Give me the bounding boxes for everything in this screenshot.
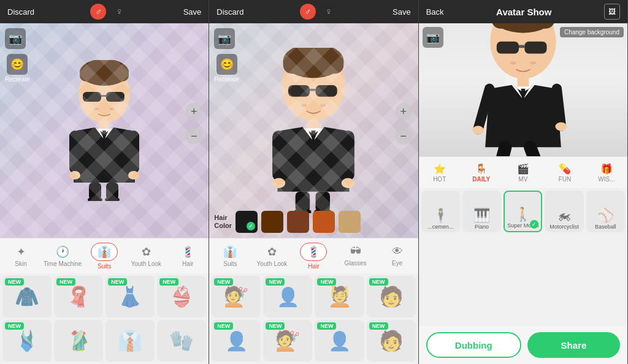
save-button-2[interactable]: Save — [392, 7, 411, 17]
suits-icon-1: 👔 — [98, 246, 111, 258]
suit-item-5[interactable]: 🥻 — [54, 320, 103, 362]
screenshot-button[interactable]: 🖼 — [604, 4, 620, 20]
svg-rect-41 — [519, 45, 524, 48]
tab-hair-2[interactable]: 💈 Hair — [293, 240, 334, 272]
hair-item-1[interactable]: NEW👤 — [263, 276, 312, 317]
panel2-header: Discard ♂ ♀ Save — [209, 0, 418, 23]
back-button[interactable]: Back — [426, 7, 444, 17]
hair-icon-1: 💈 — [181, 245, 194, 259]
share-button[interactable]: Share — [527, 332, 620, 358]
hair-color-label: HairColor — [214, 214, 232, 230]
daily-label: DAILY — [472, 176, 490, 183]
discard-button-1[interactable]: Discard — [7, 7, 34, 17]
skin-label-1: Skin — [15, 260, 26, 267]
wish-label: WIS... — [598, 176, 615, 183]
tab-bar-2: 👔 Suits ✿ Youth Look 💈 Hair 🕶 Glasses 👁 … — [209, 238, 418, 273]
camera-button-2[interactable]: 📷 — [214, 28, 235, 49]
svg-rect-39 — [497, 41, 519, 53]
svg-rect-38 — [491, 23, 554, 28]
recreate-icon-2: 😊 — [216, 54, 237, 75]
anim-item-3[interactable]: 🏍 Motorcyclist — [545, 191, 583, 232]
cat-hot[interactable]: ⭐ HOT — [419, 163, 461, 183]
suit-item-6[interactable]: 👔 — [105, 320, 155, 362]
hair-item-3[interactable]: NEW🧑 — [367, 276, 416, 317]
glasses-label-2: Glasses — [344, 260, 366, 267]
svg-point-43 — [530, 61, 535, 64]
discard-button-2[interactable]: Discard — [216, 7, 243, 17]
recreate-button-1[interactable]: 😊 Recreate — [5, 54, 30, 83]
suit-item-7[interactable]: 🧤 — [157, 320, 206, 362]
anim-label-4: Baseball — [595, 224, 616, 230]
skin-icon-1: ✦ — [17, 245, 26, 259]
suit-item-0[interactable]: NEW🧥 — [2, 276, 52, 317]
youth-label-2: Youth Look — [257, 260, 288, 267]
recreate-button-2[interactable]: 😊 Recreate — [214, 54, 239, 83]
tab-youth-2[interactable]: ✿ Youth Look — [251, 243, 293, 270]
cat-wish[interactable]: 🎁 WIS... — [586, 163, 627, 183]
mv-label: MV — [518, 176, 527, 183]
camera-button-1[interactable]: 📷 — [5, 28, 26, 49]
avatar-figure-3 — [471, 23, 575, 156]
cat-fun[interactable]: 💊 FUN — [544, 163, 586, 183]
tab-eye-2[interactable]: 👁 Eye — [377, 243, 418, 269]
female-gender-button-1[interactable]: ♀ — [111, 4, 127, 20]
panel-suits: Discard ♂ ♀ Save 📷 😊 Recreate + − — [0, 0, 209, 364]
tab-skin-1[interactable]: ✦ Skin — [0, 243, 42, 270]
panel1-header: Discard ♂ ♀ Save — [0, 0, 209, 23]
hair-item-5[interactable]: NEW💇 — [263, 320, 312, 362]
cat-mv[interactable]: 🎬 MV — [502, 163, 544, 183]
time-label-1: Time Machine — [44, 260, 82, 267]
camera-button-3[interactable]: 📷 — [423, 27, 443, 48]
hair-item-6[interactable]: NEW👤 — [315, 320, 364, 362]
female-gender-button-2[interactable]: ♀ — [321, 4, 337, 20]
suits-pill-1: 👔 — [91, 243, 118, 261]
tab-hair-1[interactable]: 💈 Hair — [167, 243, 209, 270]
hair-swatch-4[interactable] — [339, 211, 361, 233]
animation-grid: 🕴 ...cemen... 🎹 Piano ✓ 🚶 Super Model 🏍 … — [419, 188, 627, 326]
tab-youth-1[interactable]: ✿ Youth Look — [125, 243, 167, 270]
hot-label: HOT — [433, 176, 446, 183]
anim-item-4[interactable]: ⚾ Baseball — [586, 191, 625, 232]
dubbing-button[interactable]: Dubbing — [426, 332, 521, 358]
hair-swatch-2[interactable] — [287, 211, 309, 233]
tab-glasses-2[interactable]: 🕶 Glasses — [335, 243, 377, 269]
mv-icon: 🎬 — [517, 163, 529, 175]
zoom-out-button-2[interactable]: − — [395, 127, 412, 145]
suit-item-3[interactable]: NEW👙 — [157, 276, 206, 317]
tab-time-1[interactable]: 🕐 Time Machine — [42, 243, 83, 270]
hair-item-0[interactable]: NEW💇 — [212, 276, 261, 317]
hair-swatch-1[interactable] — [261, 211, 283, 233]
recreate-icon-1: 😊 — [7, 54, 28, 75]
suit-item-1[interactable]: NEW🧣 — [54, 276, 103, 317]
time-icon-1: 🕐 — [56, 245, 69, 259]
background-pattern-2 — [209, 23, 418, 238]
camera-icon-1: 📷 — [9, 32, 22, 45]
male-gender-button-2[interactable]: ♂ — [300, 4, 316, 20]
hair-label-1: Hair — [182, 260, 193, 267]
tab-suits-2[interactable]: 👔 Suits — [209, 243, 251, 270]
hair-swatch-0[interactable]: ✓ — [236, 211, 258, 233]
suit-item-2[interactable]: NEW👗 — [105, 276, 155, 317]
anim-item-1[interactable]: 🎹 Piano — [462, 191, 501, 232]
glasses-icon-2: 🕶 — [350, 245, 361, 258]
zoom-in-button-2[interactable]: + — [395, 103, 412, 120]
anim-item-2[interactable]: ✓ 🚶 Super Model — [504, 191, 542, 232]
svg-point-47 — [555, 122, 567, 131]
wish-icon: 🎁 — [600, 163, 613, 175]
svg-point-42 — [510, 61, 516, 64]
camera-icon-2: 📷 — [218, 32, 231, 45]
anim-item-0[interactable]: 🕴 ...cemen... — [421, 191, 460, 232]
hair-item-7[interactable]: NEW🧑 — [367, 320, 416, 362]
hair-swatch-3[interactable] — [313, 211, 335, 233]
tab-suits-1[interactable]: 👔 Suits — [83, 240, 125, 272]
hair-item-4[interactable]: NEW👤 — [212, 320, 261, 362]
youth-icon-1: ✿ — [142, 245, 151, 259]
male-gender-button-1[interactable]: ♂ — [90, 4, 106, 20]
hair-item-2[interactable]: NEW💆 — [315, 276, 364, 317]
cat-daily[interactable]: 🪑 DAILY — [461, 163, 502, 183]
suit-item-4[interactable]: NEW🩱 — [2, 320, 52, 362]
recreate-label-1: Recreate — [5, 76, 30, 83]
avatar-area-2: 📷 😊 Recreate + − — [209, 23, 418, 238]
save-button-1[interactable]: Save — [183, 7, 202, 17]
svg-point-46 — [472, 126, 484, 134]
